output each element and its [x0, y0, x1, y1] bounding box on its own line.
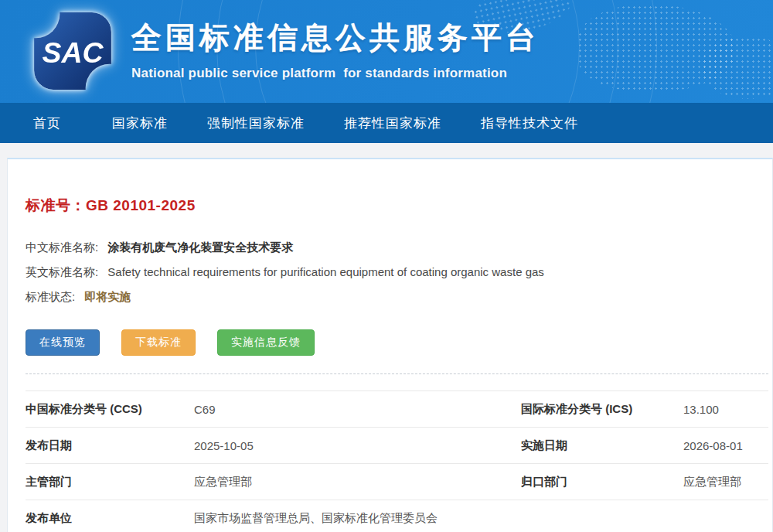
implement-date-value: 2026-08-01	[683, 428, 768, 464]
site-subtitle: National public service platform for sta…	[131, 66, 540, 81]
nav-item-national-standards[interactable]: 国家标准	[112, 114, 168, 132]
publish-date-label: 发布日期	[26, 428, 194, 464]
implementation-feedback-button[interactable]: 实施信息反馈	[217, 329, 315, 356]
main-nav: 首页 国家标准 强制性国家标准 推荐性国家标准 指导性技术文件	[0, 103, 773, 143]
standard-detail-card: 标准号：GB 20101-2025 中文标准名称: 涂装有机废气净化装置安全技术…	[7, 158, 773, 532]
ccs-value: C69	[194, 391, 521, 428]
site-title: 全国标准信息公共服务平台	[131, 17, 540, 59]
site-header: SAC 全国标准信息公共服务平台 National public service…	[0, 0, 773, 103]
en-name-line: 英文标准名称: Safety technical requirements fo…	[26, 260, 772, 285]
table-row: 中国标准分类号 (CCS) C69 国际标准分类号 (ICS) 13.100	[26, 391, 768, 428]
publish-org-value: 国家市场监督管理总局、国家标准化管理委员会	[194, 500, 521, 532]
competent-dept-label: 主管部门	[26, 464, 194, 500]
world-map-pattern	[577, 5, 736, 91]
action-buttons: 在线预览 下载标准 实施信息反馈	[26, 329, 772, 356]
cn-name-value: 涂装有机废气净化装置安全技术要求	[107, 240, 293, 254]
ics-value: 13.100	[683, 391, 768, 428]
status-badge: 即将实施	[84, 290, 131, 303]
status-line: 标准状态: 即将实施	[26, 285, 772, 309]
table-row: 发布日期 2025-10-05 实施日期 2026-08-01	[26, 428, 768, 464]
standard-details-table: 中国标准分类号 (CCS) C69 国际标准分类号 (ICS) 13.100 发…	[26, 390, 768, 532]
competent-dept-value: 应急管理部	[194, 464, 521, 500]
world-map-pattern	[702, 37, 773, 99]
ics-label: 国际标准分类号 (ICS)	[521, 391, 683, 428]
svg-text:SAC: SAC	[42, 36, 104, 69]
standard-number-line: 标准号：GB 20101-2025	[26, 196, 772, 216]
empty-cell	[683, 500, 768, 532]
publish-date-value: 2025-10-05	[194, 428, 521, 464]
sac-logo[interactable]: SAC	[32, 11, 113, 91]
download-standard-button[interactable]: 下载标准	[121, 329, 196, 356]
table-row: 主管部门 应急管理部 归口部门 应急管理部	[26, 464, 768, 500]
nav-item-mandatory-standards[interactable]: 强制性国家标准	[207, 114, 305, 132]
standard-number-label: 标准号：	[26, 197, 86, 213]
nav-item-recommended-standards[interactable]: 推荐性国家标准	[344, 114, 441, 132]
standard-number: GB 20101-2025	[86, 197, 196, 213]
empty-cell	[521, 500, 683, 532]
sac-logo-icon: SAC	[32, 11, 113, 91]
publish-org-label: 发布单位	[26, 500, 194, 532]
cn-name-label: 中文标准名称:	[26, 240, 98, 254]
en-name-label: 英文标准名称:	[26, 265, 98, 278]
table-row: 发布单位 国家市场监督管理总局、国家标准化管理委员会	[26, 500, 768, 532]
centralized-dept-value: 应急管理部	[683, 464, 768, 500]
en-name-value: Safety technical requirements for purifi…	[107, 265, 543, 278]
centralized-dept-label: 归口部门	[521, 464, 683, 500]
dashed-divider	[26, 373, 768, 374]
implement-date-label: 实施日期	[521, 428, 683, 464]
online-preview-button[interactable]: 在线预览	[26, 329, 100, 356]
ccs-label: 中国标准分类号 (CCS)	[26, 391, 194, 428]
cn-name-line: 中文标准名称: 涂装有机废气净化装置安全技术要求	[26, 235, 772, 260]
status-label: 标准状态:	[26, 290, 75, 303]
nav-item-home[interactable]: 首页	[33, 114, 61, 132]
nav-item-guiding-documents[interactable]: 指导性技术文件	[481, 114, 578, 132]
